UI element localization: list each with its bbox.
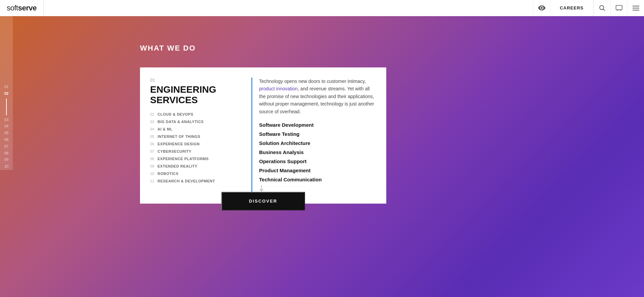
- svg-rect-2: [616, 5, 622, 10]
- services-card: 01 ENGINEERING SERVICES 02 CLOUD & DEVOP…: [140, 67, 386, 204]
- service-software-dev[interactable]: Software Development: [259, 121, 376, 128]
- careers-button[interactable]: CAREERS: [550, 0, 593, 16]
- service-solution-arch[interactable]: Solution Architecture: [259, 140, 376, 147]
- menu-item-ai-ml[interactable]: 04 AI & ML: [150, 127, 238, 131]
- logo[interactable]: softserve: [0, 0, 44, 16]
- card-services-list: Software Development Software Testing So…: [259, 121, 376, 183]
- service-product-management[interactable]: Product Management: [259, 167, 376, 174]
- search-icon[interactable]: [593, 0, 610, 16]
- menu-item-research[interactable]: 11 RESEARCH & DEVELOPMENT: [150, 179, 238, 183]
- discover-button[interactable]: DISCOVER: [221, 192, 305, 210]
- service-technical-comm[interactable]: Technical Communication: [259, 176, 376, 183]
- side-indicator: 01 02 03 04 05 06 07 08 09 10: [0, 16, 13, 170]
- side-num-03: 03: [4, 117, 8, 123]
- menu-item-iot[interactable]: 05 INTERNET OF THINGS: [150, 135, 238, 139]
- eye-icon[interactable]: [533, 0, 550, 16]
- header: softserve CAREERS: [0, 0, 644, 16]
- card-description: Technology opens new doors to customer i…: [259, 78, 376, 115]
- header-nav: CAREERS: [533, 0, 644, 16]
- menu-item-extended-reality[interactable]: 09 EXTENDED REALITY: [150, 164, 238, 168]
- card-right: Technology opens new doors to customer i…: [259, 78, 376, 197]
- menu-item-robotics[interactable]: 10 ROBOTICS: [150, 172, 238, 176]
- svg-point-0: [599, 5, 604, 9]
- card-divider: [251, 78, 252, 197]
- card-active-num: 01: [150, 78, 238, 83]
- menu-item-cloud-devops[interactable]: 02 CLOUD & DEVOPS: [150, 112, 238, 116]
- card-left: 01 ENGINEERING SERVICES 02 CLOUD & DEVOP…: [150, 78, 245, 197]
- card-active-title: ENGINEERING SERVICES: [150, 85, 238, 106]
- side-num-04: 04: [4, 123, 8, 130]
- service-software-testing[interactable]: Software Testing: [259, 130, 376, 138]
- menu-item-experience-platforms[interactable]: 08 EXPERIENCE PLATFORMS: [150, 157, 238, 161]
- logo-serve: serve: [18, 4, 36, 12]
- menu-icon[interactable]: [627, 0, 644, 16]
- service-operations-support[interactable]: Operations Support: [259, 158, 376, 165]
- side-bar: [6, 98, 7, 115]
- menu-item-cybersecurity[interactable]: 07 CYBERSECURITY: [150, 149, 238, 153]
- service-business-analysis[interactable]: Business Analysis: [259, 149, 376, 156]
- side-num-09: 09: [4, 156, 8, 163]
- side-num-02: 02: [4, 90, 8, 97]
- card-body: 01 ENGINEERING SERVICES 02 CLOUD & DEVOP…: [140, 67, 386, 204]
- side-num-06: 06: [4, 137, 8, 143]
- side-num-05: 05: [4, 130, 8, 137]
- side-num-10: 10: [4, 163, 8, 170]
- side-num-08: 08: [4, 150, 8, 157]
- chat-icon[interactable]: [610, 0, 627, 16]
- side-num-01: 01: [4, 84, 8, 90]
- menu-item-experience-design[interactable]: 06 EXPERIENCE DESIGN: [150, 142, 238, 146]
- svg-line-1: [603, 9, 605, 11]
- logo-soft: soft: [7, 4, 18, 12]
- menu-item-bigdata[interactable]: 03 BIG DATA & ANALYTICS: [150, 120, 238, 124]
- section-title: WHAT WE DO: [140, 44, 196, 53]
- side-num-07: 07: [4, 143, 8, 150]
